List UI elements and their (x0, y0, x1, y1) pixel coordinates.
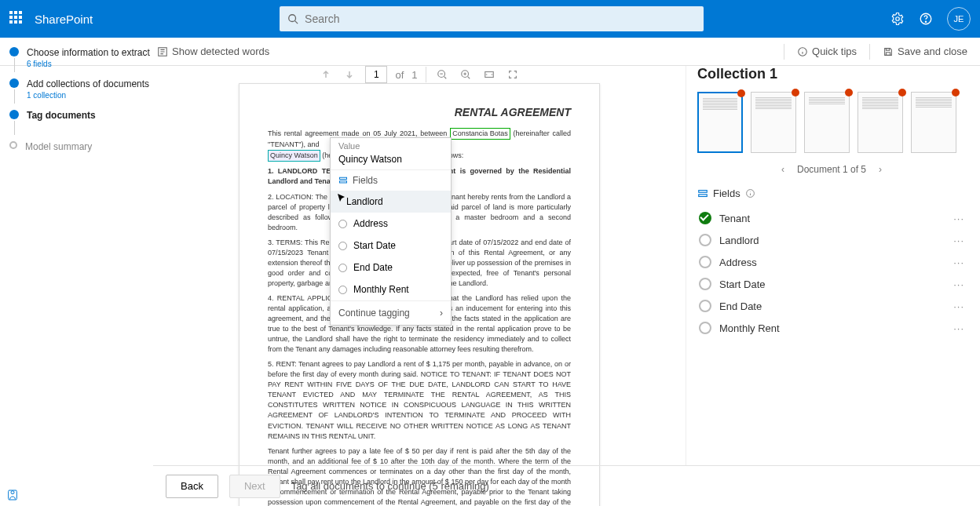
popup-field-landlord[interactable]: Landlord (331, 191, 451, 213)
svg-point-4 (925, 21, 926, 22)
svg-rect-7 (886, 48, 889, 50)
popup-continue-label: Continue tagging (338, 308, 410, 319)
right-panel: Collection 1 ‹ Document 1 of 5 › Fields … (686, 66, 980, 465)
radio-icon (338, 242, 347, 250)
popup-value: Quincy Watson (331, 154, 451, 169)
fit-width-icon[interactable] (481, 67, 497, 82)
svg-rect-8 (886, 52, 890, 55)
field-row-startdate[interactable]: Start Date··· (697, 273, 966, 295)
radio-icon (338, 264, 347, 272)
save-and-close[interactable]: Save and close (883, 46, 967, 57)
radio-icon (338, 220, 347, 228)
step-sublabel: 1 collection (27, 91, 149, 100)
status-empty-icon (699, 322, 711, 334)
info-icon[interactable] (745, 188, 755, 198)
popup-field-address[interactable]: Address (331, 213, 451, 235)
wizard-footer: Back Next Tag all documents to continue … (153, 465, 980, 506)
popup-field-monthlyrent[interactable]: Monthly Rent (331, 278, 451, 300)
doc-nav-label: Document 1 of 5 (797, 164, 866, 175)
status-empty-icon (699, 256, 711, 268)
document-title: RENTAL AGREEMENT (268, 104, 571, 120)
back-button[interactable]: Back (166, 475, 218, 498)
step-add-collections[interactable]: Add collections of documents 1 collectio… (9, 78, 151, 105)
fields-icon (697, 188, 708, 199)
popup-field-label: Address (353, 218, 388, 229)
show-detected-words[interactable]: Show detected words (157, 46, 269, 57)
more-icon[interactable]: ··· (953, 213, 964, 224)
more-icon[interactable]: ··· (953, 278, 964, 290)
radio-icon (338, 286, 347, 294)
brand-label: SharePoint (35, 13, 93, 26)
field-row-landlord[interactable]: Landlord··· (697, 229, 966, 251)
more-icon[interactable]: ··· (953, 300, 964, 312)
gear-icon[interactable] (890, 12, 905, 26)
show-detected-label: Show detected words (172, 46, 269, 57)
thumbnail-5[interactable] (911, 92, 956, 153)
page-input[interactable] (365, 66, 387, 83)
field-row-address[interactable]: Address··· (697, 251, 966, 273)
field-row-monthlyrent[interactable]: Monthly Rent··· (697, 317, 966, 339)
popup-field-label: Start Date (353, 240, 396, 251)
more-icon[interactable]: ··· (953, 257, 964, 268)
quick-tips[interactable]: Quick tips (797, 46, 857, 57)
step-dot-icon (9, 110, 19, 119)
app-launcher-icon[interactable] (9, 11, 25, 27)
arrow-down-icon[interactable] (342, 67, 357, 82)
popup-value-label: Value (331, 138, 451, 154)
zoom-in-icon[interactable] (458, 67, 474, 82)
thumbnail-4[interactable] (858, 92, 903, 153)
svg-point-22 (11, 491, 14, 494)
chevron-right-icon[interactable]: › (879, 164, 882, 175)
step-label: Add collections of documents (27, 78, 149, 89)
more-icon[interactable]: ··· (953, 235, 964, 246)
page-total: 1 (411, 69, 417, 81)
step-model-summary[interactable]: Model summary (9, 141, 151, 152)
svg-line-10 (444, 77, 446, 79)
cursor-icon (337, 193, 346, 202)
thumbnail-2[interactable] (751, 92, 796, 153)
popup-field-label: Monthly Rent (353, 284, 409, 295)
fields-label: Fields (713, 187, 740, 199)
app-header: SharePoint JE (0, 0, 980, 38)
save-close-label: Save and close (898, 46, 967, 57)
collection-title: Collection 1 (697, 66, 966, 82)
thumbnail-1[interactable] (697, 92, 743, 153)
status-empty-icon (699, 278, 711, 290)
search-icon (287, 13, 298, 24)
more-icon[interactable]: ··· (953, 322, 964, 334)
popup-fields-header: Fields (331, 169, 451, 191)
tagged-landlord[interactable]: Quincy Watson (268, 150, 320, 162)
fullscreen-icon[interactable] (505, 67, 521, 82)
thumbnail-strip (697, 92, 966, 153)
field-row-enddate[interactable]: End Date··· (697, 295, 966, 317)
footer-message: Tag all documents to continue (5 remaini… (291, 480, 489, 492)
search-input[interactable] (305, 13, 696, 25)
help-icon[interactable] (919, 12, 933, 26)
popup-continue[interactable]: Continue tagging › (331, 300, 451, 325)
step-tag-documents[interactable]: Tag documents (9, 110, 151, 137)
status-dot-icon (952, 89, 960, 96)
main-region: of 1 RENTAL AGREEMENT This rental agreem… (153, 66, 980, 465)
tagged-tenant[interactable]: Constancia Botas (450, 128, 510, 140)
chevron-left-icon[interactable]: ‹ (781, 164, 784, 175)
svg-line-1 (295, 21, 298, 24)
zoom-out-icon[interactable] (434, 67, 450, 82)
step-label: Tag documents (27, 110, 96, 121)
popup-field-enddate[interactable]: End Date (331, 257, 451, 278)
search-box[interactable] (280, 6, 704, 31)
thumbnail-3[interactable] (804, 92, 850, 153)
status-done-icon (699, 212, 711, 224)
status-dot-icon (898, 89, 906, 96)
svg-rect-17 (699, 190, 708, 192)
svg-rect-20 (340, 177, 347, 179)
avatar[interactable]: JE (947, 7, 971, 31)
info-icon (797, 46, 808, 57)
step-choose-info[interactable]: Choose information to extract 6 fields (9, 47, 151, 74)
doc-p5: 5. RENT: Tenant agrees to pay Landlord a… (268, 359, 571, 441)
popup-field-startdate[interactable]: Start Date (331, 235, 451, 257)
status-empty-icon (699, 300, 711, 312)
field-row-tenant[interactable]: Tenant··· (697, 207, 966, 229)
text-scan-icon (157, 46, 168, 57)
arrow-up-icon[interactable] (318, 67, 334, 82)
step-label: Choose information to extract (27, 47, 150, 58)
